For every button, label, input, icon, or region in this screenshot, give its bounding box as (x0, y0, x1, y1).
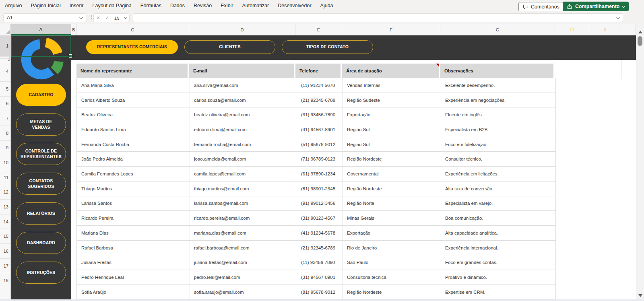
cell-email[interactable]: fernanda.rocha@email.com (190, 137, 296, 152)
cell-area[interactable]: Exportação (343, 107, 441, 122)
column-header-observacoes[interactable]: Observações (440, 64, 553, 78)
menu-item-dados[interactable]: Dados (170, 3, 185, 8)
cell-email[interactable]: pedro.leal@email.com (190, 270, 296, 285)
cell-email[interactable]: ricardo.pereira@email.com (190, 211, 296, 225)
grid-column-header-A[interactable]: A (11, 24, 71, 35)
cell-area[interactable]: Minas Gerais (343, 211, 441, 225)
sidebar-button-relatorios[interactable]: RELATÓRIOS (16, 202, 66, 225)
cell-area[interactable]: Região Nordeste (343, 285, 441, 299)
grid-row-header-5[interactable]: 5 (0, 82, 10, 97)
grid-row-header-12[interactable]: 12 (0, 185, 10, 200)
cell-observacoes[interactable]: Expertise em CRM. (441, 285, 555, 299)
cell-area[interactable]: Região Sudeste (343, 93, 441, 107)
cell-observacoes[interactable]: Proativo e dinâmico. (441, 270, 555, 285)
grid-row-header-13[interactable]: 13 (0, 200, 10, 214)
cell-nome[interactable]: Camila Fernandes Lopes (77, 167, 190, 181)
cell-telefone[interactable]: (41) 94567-8901 (296, 122, 343, 137)
grid-column-header-F[interactable]: F (342, 24, 440, 35)
cell-nome[interactable]: Juliana Freitas (77, 255, 190, 270)
menu-item-automatizar[interactable]: Automatizar (242, 3, 269, 8)
cell-email[interactable]: thiago.martins@email.com (190, 181, 296, 196)
cell-observacoes[interactable]: Especialista em varejo. (441, 196, 555, 211)
grid-row-header-14[interactable]: 14 (0, 214, 10, 229)
cell-telefone[interactable]: (11) 93456-7890 (296, 255, 343, 270)
cell-observacoes[interactable]: Experiência internacional. (441, 241, 555, 255)
cell-telefone[interactable]: (41) 91234-5678 (296, 226, 343, 240)
cell-telefone[interactable]: (91) 99012-3456 (296, 196, 343, 211)
selection-fill-handle[interactable] (69, 54, 72, 58)
cell-email[interactable]: mariana.dias@email.com (190, 226, 296, 240)
menu-item-arquivo[interactable]: Arquivo (5, 3, 22, 8)
function-chevron-icon[interactable] (124, 15, 127, 19)
grid-row-header-17[interactable]: 17 (0, 259, 10, 274)
grid-row-header-8[interactable]: 8 (0, 126, 10, 141)
cell-nome[interactable]: Rafael Barbosa (77, 241, 190, 255)
sidebar-button-metas-de-vendas[interactable]: METAS DE VENDAS (16, 113, 66, 136)
cell-observacoes[interactable]: Alta taxa de conversão. (441, 181, 555, 196)
tab-representantes-comerciais[interactable]: REPRESENTANTES COMERCIAIS (86, 40, 178, 54)
cell-telefone[interactable]: (21) 92345-6789 (296, 241, 343, 255)
cell-telefone[interactable]: (31) 93456-7890 (296, 107, 343, 122)
grid-column-header-E[interactable]: E (295, 24, 342, 35)
cell-area[interactable]: Consultoria técnica (343, 270, 441, 285)
grid-row-header-1[interactable]: 1 (0, 35, 10, 57)
column-header-telefone[interactable]: Telefone (295, 64, 341, 78)
cell-observacoes[interactable]: Alta capacidade analítica. (441, 226, 555, 240)
cell-nome[interactable]: Ricardo Pereira (77, 211, 190, 225)
share-button[interactable]: Compartilhamento (563, 2, 629, 11)
cell-area[interactable]: Região Nordeste (343, 181, 441, 196)
insert-function-icon[interactable]: fx (114, 15, 119, 21)
grid-row-header-16[interactable]: 16 (0, 244, 10, 259)
cell-observacoes[interactable]: Especialista em B2B. (441, 122, 555, 137)
scroll-up-arrow-icon[interactable] (638, 31, 642, 33)
grid-row-header-18[interactable]: 18 (0, 273, 10, 288)
cell-nome[interactable]: Eduardo Santos Lima (77, 122, 190, 137)
cell-email[interactable]: juliana.freitas@email.com (190, 255, 296, 270)
tab-tipos-de-contato[interactable]: TIPOS DE CONTATO (282, 40, 373, 54)
cell-email[interactable]: joao.almeida@email.com (190, 152, 296, 167)
cell-observacoes[interactable]: Experiência em negociações. (441, 93, 555, 107)
cell-observacoes[interactable]: Foco em grandes contas. (441, 255, 555, 270)
formula-input[interactable] (133, 13, 623, 22)
menu-item-inserir[interactable]: Inserir (70, 3, 84, 8)
grid-row-header-9[interactable]: 9 (0, 141, 10, 156)
cancel-entry-icon[interactable]: ✕ (96, 15, 100, 21)
cell-telefone[interactable]: (81) 98901-2345 (296, 181, 343, 196)
menu-item-ajuda[interactable]: Ajuda (320, 3, 333, 8)
grid-column-header-B[interactable]: B (71, 24, 76, 35)
cell-email[interactable]: rafael.barbosa@email.com (190, 241, 296, 255)
cell-observacoes[interactable]: Foco em fidelização. (441, 137, 555, 152)
cell-telefone[interactable]: (31) 94567-8901 (296, 270, 343, 285)
column-header-nome-do-representante[interactable]: Nome do representante (76, 64, 188, 78)
sidebar-button-controle-de-representantes[interactable]: CONTROLE DE REPRESENTANTES (16, 143, 66, 165)
cell-telefone[interactable]: (31) 90123-4567 (296, 211, 343, 225)
cell-nome[interactable]: Fernanda Costa Rocha (77, 137, 190, 152)
scrollbar-thumb[interactable] (638, 36, 642, 46)
confirm-entry-icon[interactable]: ✓ (105, 15, 109, 21)
cell-area[interactable]: Vendas Internas (343, 78, 441, 93)
cell-area[interactable]: Região Norte (343, 196, 441, 211)
cell-observacoes[interactable]: Consultor técnico. (441, 152, 555, 167)
cell-telefone[interactable]: (71) 96789-0123 (296, 152, 343, 167)
cell-observacoes[interactable]: Boa comunicação. (441, 211, 555, 225)
cell-email[interactable]: camila.lopes@email.com (190, 167, 296, 181)
menu-item-desenvolvedor[interactable]: Desenvolvedor (278, 3, 311, 8)
cell-telefone[interactable]: (11) 91234-5678 (296, 78, 343, 93)
name-box-chevron-icon[interactable] (79, 15, 83, 19)
cell-area[interactable]: Governamental (343, 167, 441, 181)
cell-nome[interactable]: Sofia Araújo (77, 285, 190, 299)
cell-telefone[interactable]: (51) 95678-9012 (296, 137, 343, 152)
cell-area[interactable]: Região Nordeste (343, 152, 441, 167)
cell-email[interactable]: eduardo.lima@email.com (190, 122, 296, 137)
grid-row-header-15[interactable]: 15 (0, 229, 10, 244)
selected-cell-a1[interactable] (11, 35, 71, 57)
sidebar-button-dashboard[interactable]: DASHBOARD (16, 232, 66, 254)
comments-button[interactable]: Comentários (518, 2, 564, 12)
cell-nome[interactable]: Carlos Alberto Souza (77, 93, 190, 107)
scroll-down-arrow-icon[interactable] (638, 294, 642, 297)
vertical-scrollbar[interactable] (636, 24, 644, 299)
menu-item-exibir[interactable]: Exibir (221, 3, 233, 8)
cell-area[interactable]: Região Sul (343, 137, 441, 152)
grid-row-header-6[interactable]: 6 (0, 97, 10, 111)
cell-email[interactable]: larissa.santos@email.com (190, 196, 296, 211)
